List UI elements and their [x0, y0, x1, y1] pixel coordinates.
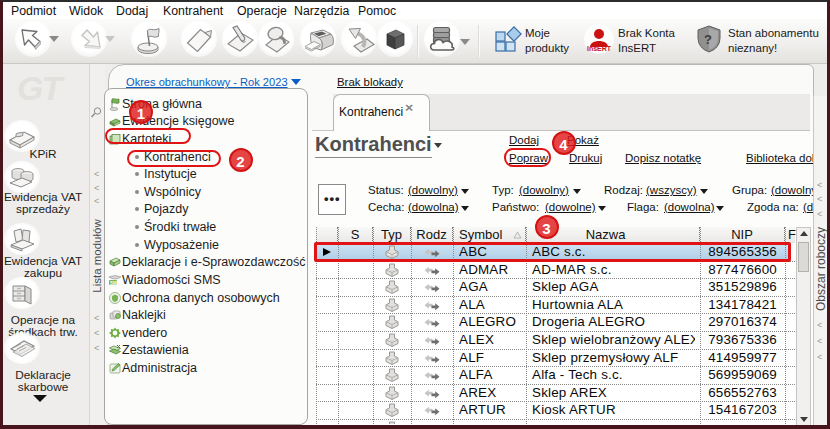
svg-text:?: ?: [704, 32, 712, 47]
svg-text:SMS: SMS: [110, 281, 120, 286]
svg-text:InsERT: InsERT: [587, 45, 612, 52]
